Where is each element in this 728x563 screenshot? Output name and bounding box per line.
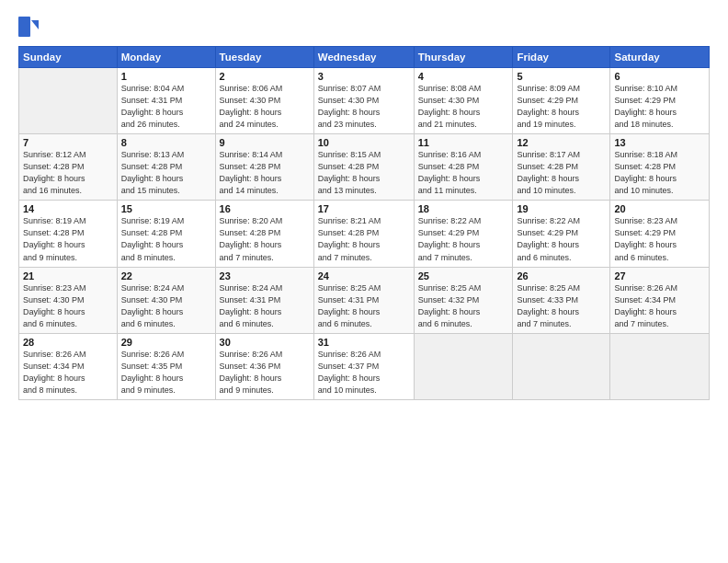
calendar-header-row: SundayMondayTuesdayWednesdayThursdayFrid…	[19, 47, 710, 68]
header	[18, 17, 710, 37]
day-number: 31	[318, 337, 410, 348]
day-number: 28	[23, 337, 113, 348]
day-info: Sunrise: 8:26 AMSunset: 4:36 PMDaylight:…	[220, 349, 310, 396]
calendar-cell: 22Sunrise: 8:24 AMSunset: 4:30 PMDayligh…	[117, 267, 215, 333]
day-number: 11	[418, 137, 509, 148]
calendar-cell: 1Sunrise: 8:04 AMSunset: 4:31 PMDaylight…	[117, 68, 215, 134]
day-info: Sunrise: 8:15 AMSunset: 4:28 PMDaylight:…	[318, 149, 410, 197]
day-number: 6	[614, 71, 705, 82]
calendar-cell: 25Sunrise: 8:25 AMSunset: 4:32 PMDayligh…	[414, 267, 513, 333]
day-number: 8	[121, 137, 211, 148]
col-header-sunday: Sunday	[19, 47, 118, 68]
col-header-monday: Monday	[117, 47, 215, 68]
day-info: Sunrise: 8:16 AMSunset: 4:28 PMDaylight:…	[418, 149, 509, 197]
day-number: 17	[318, 203, 410, 214]
day-info: Sunrise: 8:14 AMSunset: 4:28 PMDaylight:…	[220, 149, 310, 197]
calendar-cell: 12Sunrise: 8:17 AMSunset: 4:28 PMDayligh…	[513, 134, 610, 201]
calendar-table: SundayMondayTuesdayWednesdayThursdayFrid…	[18, 46, 710, 400]
calendar-cell: 27Sunrise: 8:26 AMSunset: 4:34 PMDayligh…	[610, 267, 710, 333]
day-info: Sunrise: 8:12 AMSunset: 4:28 PMDaylight:…	[23, 149, 113, 197]
day-number: 22	[121, 270, 211, 282]
day-number: 23	[220, 270, 310, 282]
day-number: 2	[220, 71, 310, 82]
day-number: 26	[517, 270, 606, 282]
calendar-cell: 13Sunrise: 8:18 AMSunset: 4:28 PMDayligh…	[610, 134, 710, 201]
day-info: Sunrise: 8:18 AMSunset: 4:28 PMDaylight:…	[614, 149, 705, 197]
calendar-cell: 19Sunrise: 8:22 AMSunset: 4:29 PMDayligh…	[513, 201, 610, 267]
calendar-cell: 30Sunrise: 8:26 AMSunset: 4:36 PMDayligh…	[215, 333, 313, 399]
calendar-cell: 15Sunrise: 8:19 AMSunset: 4:28 PMDayligh…	[117, 201, 215, 267]
day-info: Sunrise: 8:22 AMSunset: 4:29 PMDaylight:…	[517, 215, 606, 263]
day-number: 14	[23, 203, 113, 214]
day-info: Sunrise: 8:04 AMSunset: 4:31 PMDaylight:…	[121, 83, 211, 131]
day-number: 20	[614, 203, 705, 214]
day-number: 25	[418, 270, 509, 282]
day-number: 3	[318, 71, 410, 82]
day-number: 15	[121, 203, 211, 214]
logo	[18, 17, 42, 37]
calendar-cell: 6Sunrise: 8:10 AMSunset: 4:29 PMDaylight…	[610, 68, 710, 134]
day-info: Sunrise: 8:19 AMSunset: 4:28 PMDaylight:…	[23, 215, 113, 263]
day-number: 5	[517, 71, 606, 82]
calendar-cell: 23Sunrise: 8:24 AMSunset: 4:31 PMDayligh…	[215, 267, 313, 333]
calendar-cell: 8Sunrise: 8:13 AMSunset: 4:28 PMDaylight…	[117, 134, 215, 201]
calendar-cell: 21Sunrise: 8:23 AMSunset: 4:30 PMDayligh…	[19, 267, 118, 333]
calendar-cell: 29Sunrise: 8:26 AMSunset: 4:35 PMDayligh…	[117, 333, 215, 399]
week-row-4: 21Sunrise: 8:23 AMSunset: 4:30 PMDayligh…	[19, 267, 710, 333]
day-info: Sunrise: 8:26 AMSunset: 4:37 PMDaylight:…	[318, 349, 410, 396]
week-row-2: 7Sunrise: 8:12 AMSunset: 4:28 PMDaylight…	[19, 134, 710, 201]
calendar-cell: 10Sunrise: 8:15 AMSunset: 4:28 PMDayligh…	[313, 134, 414, 201]
col-header-saturday: Saturday	[610, 47, 710, 68]
calendar-cell: 3Sunrise: 8:07 AMSunset: 4:30 PMDaylight…	[313, 68, 414, 134]
day-number: 19	[517, 203, 606, 214]
col-header-thursday: Thursday	[414, 47, 513, 68]
day-info: Sunrise: 8:26 AMSunset: 4:34 PMDaylight:…	[23, 349, 113, 396]
calendar-cell: 14Sunrise: 8:19 AMSunset: 4:28 PMDayligh…	[19, 201, 118, 267]
calendar-cell	[513, 333, 610, 399]
day-info: Sunrise: 8:10 AMSunset: 4:29 PMDaylight:…	[614, 83, 705, 131]
day-info: Sunrise: 8:21 AMSunset: 4:28 PMDaylight:…	[318, 215, 410, 263]
day-info: Sunrise: 8:25 AMSunset: 4:32 PMDaylight:…	[418, 282, 509, 330]
logo-icon	[18, 17, 39, 37]
day-info: Sunrise: 8:25 AMSunset: 4:33 PMDaylight:…	[517, 282, 606, 330]
calendar-cell	[414, 333, 513, 399]
day-number: 1	[121, 71, 211, 82]
week-row-1: 1Sunrise: 8:04 AMSunset: 4:31 PMDaylight…	[19, 68, 710, 134]
calendar-cell: 17Sunrise: 8:21 AMSunset: 4:28 PMDayligh…	[313, 201, 414, 267]
day-number: 24	[318, 270, 410, 282]
day-number: 27	[614, 270, 705, 282]
day-number: 18	[418, 203, 509, 214]
svg-rect-1	[18, 17, 30, 37]
day-info: Sunrise: 8:26 AMSunset: 4:34 PMDaylight:…	[614, 282, 705, 330]
calendar-cell: 24Sunrise: 8:25 AMSunset: 4:31 PMDayligh…	[313, 267, 414, 333]
day-info: Sunrise: 8:09 AMSunset: 4:29 PMDaylight:…	[517, 83, 606, 131]
day-info: Sunrise: 8:08 AMSunset: 4:30 PMDaylight:…	[418, 83, 509, 131]
calendar-cell: 5Sunrise: 8:09 AMSunset: 4:29 PMDaylight…	[513, 68, 610, 134]
col-header-tuesday: Tuesday	[215, 47, 313, 68]
day-info: Sunrise: 8:06 AMSunset: 4:30 PMDaylight:…	[220, 83, 310, 131]
day-number: 10	[318, 137, 410, 148]
calendar-cell: 31Sunrise: 8:26 AMSunset: 4:37 PMDayligh…	[313, 333, 414, 399]
page: SundayMondayTuesdayWednesdayThursdayFrid…	[0, 0, 728, 563]
day-number: 12	[517, 137, 606, 148]
calendar-cell: 28Sunrise: 8:26 AMSunset: 4:34 PMDayligh…	[19, 333, 118, 399]
calendar-cell: 2Sunrise: 8:06 AMSunset: 4:30 PMDaylight…	[215, 68, 313, 134]
week-row-3: 14Sunrise: 8:19 AMSunset: 4:28 PMDayligh…	[19, 201, 710, 267]
calendar-cell: 16Sunrise: 8:20 AMSunset: 4:28 PMDayligh…	[215, 201, 313, 267]
day-info: Sunrise: 8:13 AMSunset: 4:28 PMDaylight:…	[121, 149, 211, 197]
svg-marker-0	[31, 20, 39, 29]
calendar-cell: 18Sunrise: 8:22 AMSunset: 4:29 PMDayligh…	[414, 201, 513, 267]
col-header-wednesday: Wednesday	[313, 47, 414, 68]
col-header-friday: Friday	[513, 47, 610, 68]
day-number: 7	[23, 137, 113, 148]
calendar-cell	[19, 68, 118, 134]
day-info: Sunrise: 8:22 AMSunset: 4:29 PMDaylight:…	[418, 215, 509, 263]
day-number: 30	[220, 337, 310, 348]
day-info: Sunrise: 8:25 AMSunset: 4:31 PMDaylight:…	[318, 282, 410, 330]
day-info: Sunrise: 8:07 AMSunset: 4:30 PMDaylight:…	[318, 83, 410, 131]
day-number: 9	[220, 137, 310, 148]
day-number: 29	[121, 337, 211, 348]
calendar-cell: 7Sunrise: 8:12 AMSunset: 4:28 PMDaylight…	[19, 134, 118, 201]
day-info: Sunrise: 8:17 AMSunset: 4:28 PMDaylight:…	[517, 149, 606, 197]
day-number: 16	[220, 203, 310, 214]
